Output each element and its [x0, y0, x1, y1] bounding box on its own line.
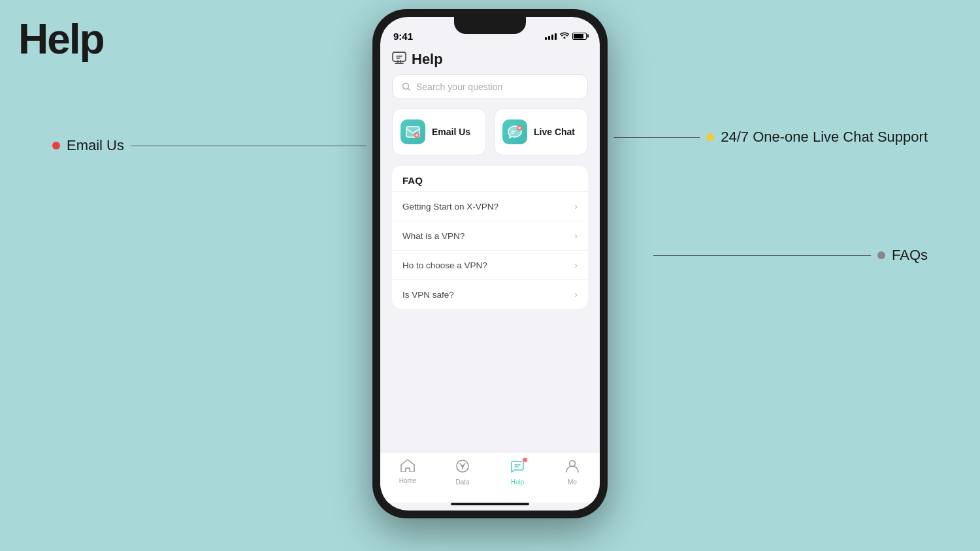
me-tab-label: Me	[568, 479, 577, 486]
contact-buttons-row: Email Us Live Chat	[392, 108, 588, 155]
faq-item-text-3: Is VPN safe?	[402, 290, 454, 300]
live-chat-icon-bg	[502, 119, 527, 144]
tab-me[interactable]: Me	[545, 459, 600, 486]
search-icon	[402, 82, 411, 91]
background-title: Help	[18, 18, 104, 60]
annotation-label-livechat: 24/7 One-one Live Chat Support	[721, 129, 928, 146]
faq-chevron-1: ›	[574, 230, 578, 241]
home-tab-icon	[400, 459, 415, 475]
phone-screen: 9:41	[380, 17, 600, 511]
phone-notch	[454, 17, 526, 34]
svg-rect-0	[393, 52, 406, 61]
battery-icon	[572, 33, 587, 40]
home-indicator	[451, 503, 529, 505]
signal-bar-4	[555, 33, 557, 40]
signal-bar-1	[545, 37, 547, 40]
annotation-dot-livechat	[706, 133, 714, 141]
faq-item-3[interactable]: Is VPN safe? ›	[392, 279, 588, 309]
email-us-icon-bg	[400, 119, 425, 144]
faq-item-text-1: What is a VPN?	[402, 231, 465, 241]
help-title-icon	[392, 52, 406, 68]
annotation-label-email: Email Us	[67, 137, 124, 154]
tab-data[interactable]: Data	[435, 459, 490, 486]
faq-item-2[interactable]: Ho to choose a VPN? ›	[392, 250, 588, 279]
search-bar[interactable]: Search your question	[392, 74, 588, 99]
annotation-live-chat: 24/7 One-one Live Chat Support	[614, 129, 928, 146]
app-title: Help	[412, 51, 443, 68]
tab-home[interactable]: Home	[380, 459, 435, 484]
data-tab-icon	[455, 459, 470, 477]
annotation-dot-faqs	[877, 251, 885, 259]
svg-point-6	[461, 465, 464, 467]
wifi-icon	[560, 31, 569, 40]
phone-mockup: 9:41	[372, 9, 608, 518]
data-tab-label: Data	[455, 479, 469, 486]
faq-item-text-0: Getting Start on X-VPN?	[402, 202, 498, 212]
help-tab-badge	[522, 457, 528, 463]
annotation-label-faqs: FAQs	[892, 247, 928, 264]
faq-chevron-0: ›	[574, 201, 578, 212]
email-icon	[406, 126, 420, 138]
annotation-faqs: FAQs	[653, 247, 928, 264]
tab-bar: Home Data	[380, 452, 600, 503]
spacer	[380, 309, 600, 452]
annotation-line-faqs	[653, 255, 871, 256]
live-chat-label: Live Chat	[534, 127, 575, 137]
faq-section: FAQ Getting Start on X-VPN? › What is a …	[392, 166, 588, 309]
tab-help[interactable]: Help	[490, 459, 545, 486]
search-placeholder-text: Search your question	[416, 82, 502, 92]
help-tab-icon-wrapper	[510, 459, 525, 477]
live-chat-button[interactable]: Live Chat	[494, 108, 588, 155]
app-title-row: Help	[392, 51, 588, 68]
faq-item-0[interactable]: Getting Start on X-VPN? ›	[392, 191, 588, 221]
annotation-email-us: Email Us	[52, 137, 366, 154]
help-tab-icon	[510, 462, 525, 476]
app-header: Help	[380, 46, 600, 74]
signal-bar-2	[548, 36, 550, 40]
svg-point-7	[570, 461, 576, 467]
annotation-dot-email	[52, 142, 60, 150]
help-tab-label: Help	[511, 479, 525, 486]
signal-bars-icon	[545, 32, 557, 40]
faq-item-text-2: Ho to choose a VPN?	[402, 260, 487, 270]
faq-item-1[interactable]: What is a VPN? ›	[392, 221, 588, 250]
signal-bar-3	[551, 35, 553, 40]
status-time: 9:41	[393, 31, 413, 42]
me-tab-icon	[566, 459, 579, 477]
status-icons	[545, 31, 587, 40]
annotation-line-livechat	[614, 137, 700, 138]
home-tab-label: Home	[399, 477, 417, 484]
faq-chevron-3: ›	[574, 289, 578, 300]
faq-chevron-2: ›	[574, 260, 578, 270]
screen-inner: Help Search your question	[380, 46, 600, 511]
email-us-button[interactable]: Email Us	[392, 108, 486, 155]
email-us-label: Email Us	[432, 127, 470, 137]
annotation-line-email	[131, 146, 366, 146]
live-chat-icon	[507, 125, 523, 139]
faq-section-title: FAQ	[392, 166, 588, 191]
phone-shell: 9:41	[372, 9, 608, 518]
battery-fill	[574, 34, 583, 39]
